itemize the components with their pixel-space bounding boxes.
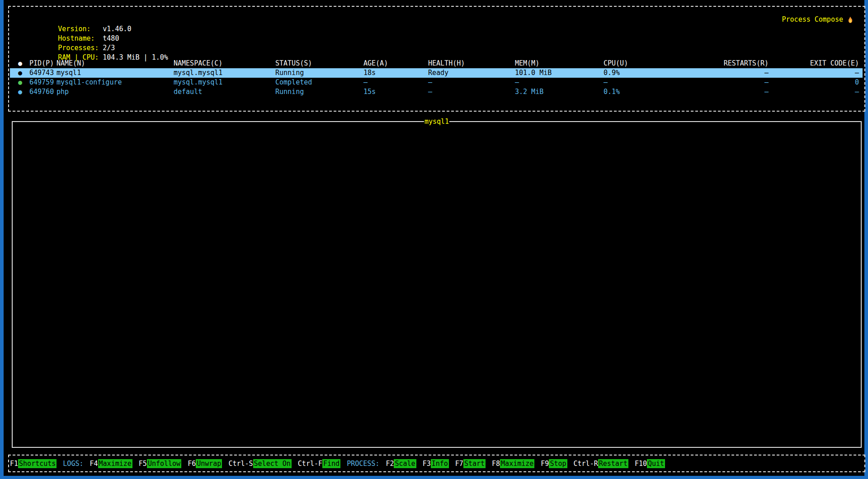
app-title-text: Process Compose [782,15,843,24]
cell-status: Completed [275,78,363,87]
info-line: Version:v1.46.0 [17,15,168,24]
cell-pid: 649759 [29,78,57,87]
column-namespace[interactable]: NAMESPACE(C) [174,59,275,68]
log-line [17,166,857,176]
shortcut-quit[interactable]: F10Quit [635,459,665,468]
cell-restarts: – [662,68,769,78]
shortcut-label: Quit [647,459,665,468]
column-mem[interactable]: MEM(M) [515,59,604,68]
log-line [17,204,857,214]
shortcut-select-on[interactable]: Ctrl-SSelect On [228,459,291,468]
column-restarts[interactable]: RESTARTS(R) [662,59,769,68]
process-table-body: ● 649743 mysql1 mysql.mysql1 Running 18s… [10,68,863,97]
log-line [17,261,857,271]
info-value: v1.46.0 [103,25,131,33]
shortcut-restart[interactable]: Ctrl-RRestart [574,459,628,468]
shortcut-key: Ctrl-F [298,460,322,468]
header-and-table-panel: Version:v1.46.0 Hostname:t480 Processes:… [8,6,865,112]
log-line [17,299,857,309]
process-row[interactable]: ● 649759 mysql1-configure mysql.mysql1 C… [10,78,863,87]
shortcut-label: Find [322,459,340,468]
cell-cpu: 0.9% [604,68,662,78]
cell-namespace: default [174,87,275,97]
shortcut-section-label: PROCESS: [347,460,379,468]
info-label: Version: [58,24,103,34]
cell-pid: 649743 [29,68,57,78]
column-exit-code[interactable]: EXIT CODE(E) [769,59,859,68]
shortcut-key: F2 [386,460,394,468]
shortcut-unwrap[interactable]: F6Unwrap [188,459,222,468]
shortcut-label: Unfollow [147,459,181,468]
cell-status: Running [275,87,363,97]
shortcuts-bar: F1ShortcutsLOGS:F4MaximizeF5UnfollowF6Un… [8,455,865,472]
log-panel-title: mysql1 [424,117,449,126]
cell-health: – [428,87,515,97]
shortcut-label: Scale [394,459,416,468]
shortcut-key: Ctrl-S [228,460,253,468]
shortcut-shortcuts[interactable]: F1Shortcuts [10,459,57,468]
shortcut-key: F3 [423,460,431,468]
shortcut-label: Maximize [500,459,534,468]
shortcut-stop[interactable]: F9Stop [541,459,567,468]
cell-name: mysql1 [57,68,174,78]
cell-status: Running [275,68,363,78]
log-line [17,271,857,280]
column-name[interactable]: NAME(N) [57,59,174,68]
shortcut-maximize[interactable]: F4Maximize [90,459,132,468]
column-health[interactable]: HEALTH(H) [428,59,515,68]
cell-exit-code: – [769,68,859,78]
column-cpu[interactable]: CPU(U) [604,59,662,68]
column-status[interactable]: STATUS(S) [275,59,363,68]
process-row[interactable]: ● 649760 php default Running 15s – 3.2 M… [10,87,863,97]
cell-age: 15s [363,87,428,97]
cell-age: – [363,78,428,87]
process-table: ● PID(P) NAME(N) NAMESPACE(C) STATUS(S) … [10,59,863,97]
flame-icon [846,16,854,24]
shortcut-label: Info [431,459,449,468]
column-pid[interactable]: PID(P) [29,59,57,68]
cell-pid: 649760 [29,87,57,97]
shortcut-label: Unwrap [196,459,222,468]
column-age[interactable]: AGE(A) [363,59,428,68]
shortcut-label: Shortcuts [18,459,57,468]
process-compose-app: { "app": { "title": "Process Compose" },… [0,0,868,479]
cell-health: Ready [428,68,515,78]
log-line [17,309,857,318]
log-line [17,280,857,290]
process-row[interactable]: ● 649743 mysql1 mysql.mysql1 Running 18s… [10,68,863,78]
cell-restarts: – [662,78,769,87]
info-value: t480 [103,34,119,42]
log-line [17,223,857,233]
shortcut-key: Ctrl-R [574,460,598,468]
shortcut-find[interactable]: Ctrl-FFind [298,459,340,468]
cell-namespace: mysql.mysql1 [174,68,275,78]
status-dot-icon: ● [18,87,29,97]
shortcut-unfollow[interactable]: F5Unfollow [139,459,181,468]
shortcut-start[interactable]: F7Start [455,459,486,468]
shortcut-label: Maximize [98,459,132,468]
log-line [17,147,857,157]
shortcuts-list: F1ShortcutsLOGS:F4MaximizeF5UnfollowF6Un… [10,456,671,471]
info-label: Hostname: [58,34,103,43]
status-dot-icon: ● [18,68,29,78]
log-line [17,290,857,299]
shortcut-info[interactable]: F3Info [423,459,449,468]
shortcut-key: F8 [492,460,500,468]
cell-cpu: 0.1% [604,87,662,97]
cell-mem: – [515,78,604,87]
shortcut-key: F6 [188,460,196,468]
log-line [17,233,857,242]
shortcut-label: Select On [253,459,292,468]
log-line [17,214,857,223]
shortcut-maximize[interactable]: F8Maximize [492,459,534,468]
shortcut-key: F5 [139,460,147,468]
cell-restarts: – [662,87,769,97]
shortcut-scale[interactable]: F2Scale [386,459,416,468]
status-dot-icon: ● [18,78,29,87]
info-label: Processes: [58,43,103,53]
log-line [17,242,857,252]
log-output[interactable] [17,128,857,443]
cell-health: – [428,78,515,87]
shortcut-label: Stop [549,459,567,468]
shortcut-label: Start [463,459,486,468]
